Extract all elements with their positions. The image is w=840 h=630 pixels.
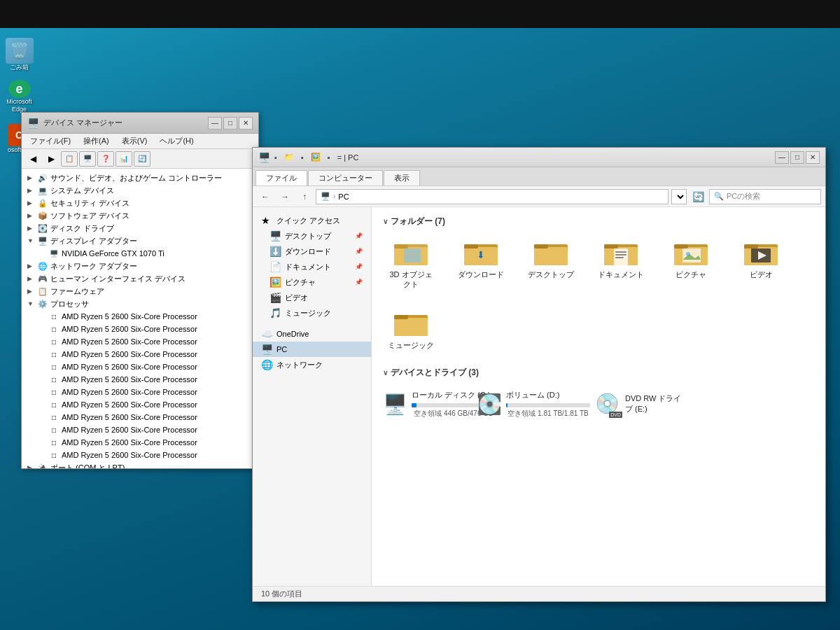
fe-minimize-button[interactable]: — [775, 151, 789, 164]
svg-rect-6 [464, 244, 478, 248]
tree-processor[interactable]: ▼ ⚙️ プロセッサ [22, 298, 258, 310]
menu-help[interactable]: ヘルプ(H) [154, 134, 199, 148]
sidebar-network[interactable]: 🌐 ネットワーク [253, 357, 371, 372]
sidebar-onedrive-label: OneDrive [276, 330, 309, 338]
sidebar-pictures[interactable]: 🖼️ ピクチャ 📌 [253, 274, 371, 290]
tree-cpu-10[interactable]: □AMD Ryzen 5 2600 Six-Core Processor [22, 424, 258, 436]
toolbar-btn5[interactable]: 🔄 [134, 151, 150, 167]
drive-e-icon: 💿 DVD [593, 390, 621, 418]
sidebar-pc[interactable]: 🖥️ PC [253, 342, 371, 357]
nav-up[interactable]: ↑ [296, 189, 313, 204]
pc-icon-sidebar: 🖥️ [261, 344, 274, 355]
drive-e[interactable]: 💿 DVD DVD RW ドライブ (E:) [593, 387, 684, 421]
sidebar-pictures-label: ピクチャ [285, 277, 316, 288]
device-manager-tree: ▶ 🔊 サウンド、ビデオ、およびゲーム コントローラー ▶ 💻 システム デバイ… [22, 169, 258, 468]
close-button[interactable]: ✕ [239, 117, 253, 130]
edge-label: MicrosoftEdge [6, 98, 32, 113]
tree-network[interactable]: ▶ 🌐 ネットワーク アダプター [22, 260, 258, 272]
tree-cpu-12[interactable]: □AMD Ryzen 5 2600 Six-Core Processor [22, 449, 258, 461]
refresh-btn[interactable]: 🔄 [690, 189, 706, 204]
tree-hid[interactable]: ▶ 🎮 ヒューマン インターフェイス デバイス [22, 272, 258, 285]
svg-rect-15 [615, 251, 626, 253]
tree-security[interactable]: ▶ 🔒 セキュリティ デバイス [22, 197, 258, 209]
folder-download-icon: ⬇ [464, 239, 498, 267]
folder-desktop[interactable]: デスクトップ [523, 236, 579, 293]
folder-desktop-icon [534, 239, 568, 267]
svg-rect-16 [615, 254, 626, 255]
fe-maximize-button[interactable]: □ [790, 151, 804, 164]
nav-forward[interactable]: → [276, 189, 293, 204]
toolbar-btn3[interactable]: ❓ [97, 151, 114, 167]
search-bar[interactable]: 🔍 PCの検索 [709, 189, 821, 204]
maximize-button[interactable]: □ [223, 117, 237, 130]
tree-firmware[interactable]: ▶ 📋 ファームウェア [22, 285, 258, 298]
fe-close-button[interactable]: ✕ [806, 151, 820, 164]
tree-cpu-4[interactable]: □AMD Ryzen 5 2600 Six-Core Processor [22, 348, 258, 360]
drive-c[interactable]: 🖥️ ローカル ディスク (C:) 空き領域 446 GB/476 GB [383, 387, 474, 421]
fe-tabs: ファイル コンピューター 表示 [253, 167, 825, 186]
fe-main-content: ∨ フォルダー (7) 3D オブジェクト [372, 207, 825, 586]
sidebar-documents-label: ドキュメント [285, 262, 331, 272]
tree-cpu-8[interactable]: □AMD Ryzen 5 2600 Six-Core Processor [22, 398, 258, 411]
sidebar-downloads[interactable]: ⬇️ ダウンロード 📌 [253, 244, 371, 259]
tree-nvidia[interactable]: 🖥️ NVIDIA GeForce GTX 1070 Ti [22, 247, 258, 260]
tree-software[interactable]: ▶ 📦 ソフトウェア デバイス [22, 209, 258, 222]
sidebar-desktop[interactable]: 🖥️ デスクトップ 📌 [253, 228, 371, 244]
svg-rect-17 [615, 257, 624, 258]
tab-view[interactable]: 表示 [384, 170, 420, 186]
drive-d-space-fill [506, 403, 507, 407]
tree-cpu-1[interactable]: □AMD Ryzen 5 2600 Six-Core Processor [22, 310, 258, 323]
svg-rect-2 [394, 244, 408, 248]
forward-btn[interactable]: ▶ [43, 151, 59, 167]
minimize-button[interactable]: — [208, 117, 222, 130]
folder-pictures[interactable]: ピクチャ [663, 236, 719, 293]
sidebar-quick-access[interactable]: ★ クイック アクセス [253, 213, 371, 228]
folder-pictures-name: ピクチャ [676, 270, 706, 279]
tree-ports[interactable]: ▶ 🔌 ポート (COM と LPT) [22, 461, 258, 468]
toolbar-btn4[interactable]: 📊 [115, 151, 132, 167]
menu-view[interactable]: 表示(V) [116, 134, 153, 148]
drive-c-space-fill [412, 403, 416, 407]
recycle-bin-icon[interactable]: 🗑️ ごみ箱 [3, 38, 36, 71]
address-bar[interactable]: 🖥️ › PC [316, 189, 668, 204]
tree-cpu-2[interactable]: □AMD Ryzen 5 2600 Six-Core Processor [22, 323, 258, 335]
tree-cpu-11[interactable]: □AMD Ryzen 5 2600 Six-Core Processor [22, 436, 258, 449]
file-explorer-status: 10 個の項目 [253, 586, 825, 601]
view-dropdown[interactable] [671, 189, 687, 204]
tab-file[interactable]: ファイル [255, 170, 307, 186]
menu-file[interactable]: ファイル(F) [24, 134, 76, 148]
tree-cpu-3[interactable]: □AMD Ryzen 5 2600 Six-Core Processor [22, 335, 258, 348]
tree-cpu-7[interactable]: □AMD Ryzen 5 2600 Six-Core Processor [22, 386, 258, 398]
toolbar-btn1[interactable]: 📋 [61, 151, 78, 167]
nav-back[interactable]: ← [257, 189, 274, 204]
sidebar-music[interactable]: 🎵 ミュージック [253, 305, 371, 321]
tree-cpu-5[interactable]: □AMD Ryzen 5 2600 Six-Core Processor [22, 360, 258, 373]
tree-display[interactable]: ▼ 🖥️ ディスプレイ アダプター [22, 234, 258, 247]
sidebar-documents[interactable]: 📄 ドキュメント 📌 [253, 259, 371, 274]
folder-video[interactable]: ビデオ [733, 236, 789, 293]
folder-documents-icon [604, 239, 638, 267]
tree-sound[interactable]: ▶ 🔊 サウンド、ビデオ、およびゲーム コントローラー [22, 172, 258, 184]
edge-icon[interactable]: e MicrosoftEdge [3, 80, 36, 113]
tab-computer[interactable]: コンピューター [308, 170, 383, 186]
menu-action[interactable]: 操作(A) [78, 134, 115, 148]
drive-d[interactable]: 💽 ボリューム (D:) 空き領域 1.81 TB/1.81 TB [488, 387, 579, 421]
tree-disk[interactable]: ▶ 💽 ディスク ドライブ [22, 222, 258, 234]
folder-3d-objects[interactable]: 3D オブジェクト [383, 236, 439, 293]
back-btn[interactable]: ◀ [24, 151, 41, 167]
tree-cpu-9[interactable]: □AMD Ryzen 5 2600 Six-Core Processor [22, 411, 258, 424]
device-manager-title-icon: 🖥️ [27, 118, 39, 129]
videos-icon-sidebar: 🎬 [270, 292, 282, 303]
svg-rect-9 [534, 247, 568, 265]
music-icon-sidebar: 🎵 [270, 307, 282, 318]
sidebar-videos[interactable]: 🎬 ビデオ [253, 290, 371, 305]
status-text: 10 個の項目 [261, 589, 302, 599]
tree-cpu-6[interactable]: □AMD Ryzen 5 2600 Six-Core Processor [22, 373, 258, 386]
folder-download[interactable]: ⬇ ダウンロード [453, 236, 509, 293]
folder-music[interactable]: ♪ ミュージック [383, 307, 439, 353]
sidebar-onedrive[interactable]: ☁️ OneDrive [253, 326, 371, 342]
folder-documents-name: ドキュメント [598, 270, 644, 279]
toolbar-btn2[interactable]: 🖥️ [79, 151, 96, 167]
tree-system[interactable]: ▶ 💻 システム デバイス [22, 184, 258, 197]
folder-documents[interactable]: ドキュメント [593, 236, 649, 293]
